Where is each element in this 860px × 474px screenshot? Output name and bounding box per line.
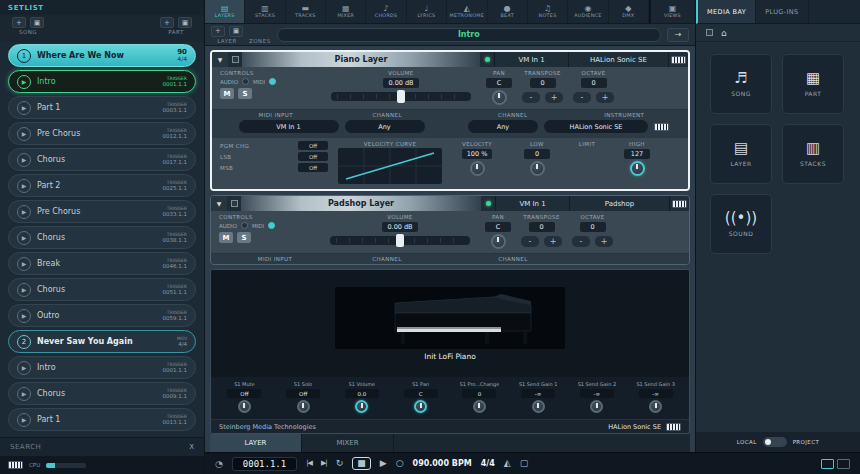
midi-toggle[interactable] (269, 78, 276, 85)
velocity-curve[interactable] (338, 148, 442, 184)
add-part-button[interactable]: + (160, 17, 174, 28)
setlist-item[interactable]: ▶ Pre Chorus TRIGGER 0033.1.1 (8, 200, 196, 223)
go-to-start-button[interactable]: |◀ (306, 460, 312, 467)
preset-name[interactable]: Init LoFi Piano (424, 352, 476, 361)
editor-tab[interactable]: MIXER (302, 434, 394, 452)
layer-panel-button[interactable]: ▣ (229, 26, 243, 37)
octave-value[interactable]: 0 (580, 222, 606, 232)
padshop-layer-panel[interactable]: ▼ Padshop Layer VM In 1 Padshop CONTROLS (210, 195, 690, 265)
item-badge[interactable]: ▶ (17, 361, 31, 375)
setlist-item[interactable]: ▶ Part 2 TRIGGER 0025.1.1 (8, 174, 196, 197)
pan-knob[interactable] (491, 234, 506, 249)
param-value[interactable]: -∞ (639, 389, 673, 398)
param-knob[interactable] (590, 400, 603, 413)
setlist-search[interactable]: SEARCH X (0, 437, 204, 456)
transpose-minus-button[interactable]: - (522, 92, 540, 103)
zones-label[interactable]: ZONES (249, 38, 271, 44)
mediabay-tile[interactable]: ((•)) SOUND (710, 194, 772, 254)
high-knob[interactable] (630, 161, 645, 176)
param-knob[interactable] (238, 400, 251, 413)
record-button[interactable]: ○ (396, 459, 404, 468)
view-tab[interactable]: ▬ TRACKS (286, 0, 326, 23)
view-tab[interactable]: ● BEAT (488, 0, 528, 23)
view-tab[interactable]: ◆ DMX (609, 0, 649, 23)
layer-enable-checkbox[interactable] (227, 196, 241, 211)
layer-instrument-select[interactable]: HALion Sonic SE (568, 52, 668, 67)
param-value[interactable]: C (404, 389, 438, 398)
velocity-value[interactable]: 100 % (462, 149, 493, 159)
setlist-item[interactable]: ▶ Chorus TRIGGER 0009.1.1 (8, 382, 196, 405)
setlist-item[interactable]: ▶ Pre Chorus TRIGGER 0012.1.1 (8, 122, 196, 145)
layer-instrument-select[interactable]: Padshop (569, 196, 669, 211)
mute-button[interactable]: M (220, 88, 234, 99)
setlist-item[interactable]: ▶ Part 1 TRIGGER 0003.1.1 (8, 96, 196, 119)
plugin-param[interactable]: S1 Solo Off (276, 381, 331, 413)
setlist-item[interactable]: 1▶ Where Are We Now 90 4/4 (8, 44, 196, 67)
view-tab[interactable]: ▦ MIXER (326, 0, 366, 23)
setlist-item[interactable]: ▶ Break TRIGGER 0046.1.1 (8, 252, 196, 275)
loop-button[interactable]: ↻ (336, 459, 344, 468)
mediabay-tile[interactable]: ▤ LAYER (710, 124, 772, 184)
item-badge[interactable]: ▶ (17, 101, 31, 115)
item-badge[interactable]: ▶ (17, 179, 31, 193)
layout-toggle-1-icon[interactable] (821, 459, 834, 469)
param-knob[interactable] (532, 400, 545, 413)
view-tab[interactable]: ▤ LAYERS (205, 0, 245, 23)
open-instrument-button[interactable] (668, 52, 688, 67)
transpose-plus-button[interactable]: + (545, 92, 563, 103)
layer-enable-checkbox[interactable] (228, 52, 242, 67)
out-channel-select[interactable]: Any (468, 120, 538, 133)
layer-input-select[interactable]: VM In 1 (494, 52, 568, 67)
tempo-display[interactable]: 090.000 BPM (413, 459, 472, 468)
octave-minus-button[interactable]: - (572, 236, 590, 247)
piano-layer-panel[interactable]: ▼ Piano Layer VM In 1 HALion Sonic SE CO… (210, 50, 690, 191)
setlist-item[interactable]: 2▶ Never Saw You Again MIDI 4/4 (8, 330, 196, 353)
play-button[interactable]: ▶ (380, 459, 387, 468)
low-knob[interactable] (530, 161, 545, 176)
low-value[interactable]: 0 (524, 149, 550, 159)
count-in-button[interactable]: ▢ (520, 459, 529, 468)
setlist-item[interactable]: ▶ Chorus TRIGGER 0017.1.1 (8, 148, 196, 171)
param-knob[interactable] (297, 400, 310, 413)
song-panel-button[interactable]: ▣ (30, 17, 44, 28)
item-badge[interactable]: ▶ (17, 127, 31, 141)
lsb-value[interactable]: Off (298, 152, 328, 161)
param-value[interactable]: 0.0 (345, 389, 379, 398)
msb-value[interactable]: Off (298, 163, 328, 172)
channel-select[interactable]: Any (345, 120, 425, 133)
instrument-select[interactable]: HALion Sonic SE (544, 120, 648, 133)
collapse-button[interactable]: ▼ (212, 52, 228, 67)
high-value[interactable]: 127 (624, 149, 650, 159)
solo-button[interactable]: S (237, 232, 251, 243)
octave-plus-button[interactable]: + (595, 236, 613, 247)
item-badge[interactable]: ▶ (17, 387, 31, 401)
plugin-param[interactable]: S1 Mute Off (217, 381, 272, 413)
item-badge[interactable]: ▶ (17, 205, 31, 219)
pan-value[interactable]: C (486, 78, 512, 88)
item-badge[interactable]: 2▶ (17, 335, 31, 349)
search-input[interactable]: SEARCH (10, 443, 41, 451)
local-project-toggle[interactable] (763, 437, 787, 447)
item-badge[interactable]: ▶ (17, 309, 31, 323)
keyboard-icon[interactable] (654, 123, 669, 131)
open-instrument-button[interactable] (669, 196, 689, 211)
solo-button[interactable]: S (238, 88, 252, 99)
view-tab[interactable]: ◭ METRONOME (447, 0, 487, 23)
view-tab[interactable]: ♫ NOTES (528, 0, 568, 23)
metronome-button[interactable]: ◭ (504, 459, 511, 468)
item-badge[interactable]: ▶ (17, 283, 31, 297)
item-badge[interactable]: ▶ (17, 231, 31, 245)
signature-display[interactable]: 4/4 (481, 459, 495, 468)
volume-slider[interactable] (330, 236, 470, 245)
transpose-minus-button[interactable]: - (521, 236, 539, 247)
plugin-param[interactable]: S1 Send Gain 2 -∞ (570, 381, 625, 413)
transpose-value[interactable]: 0 (529, 222, 555, 232)
filter-checkbox[interactable] (706, 29, 713, 36)
mute-button[interactable]: M (219, 232, 233, 243)
add-song-button[interactable]: + (12, 17, 26, 28)
layout-toggle-2-icon[interactable] (837, 459, 850, 469)
param-value[interactable]: Off (227, 389, 261, 398)
volume-value[interactable]: 0.00 dB (383, 78, 418, 88)
param-value[interactable]: Off (286, 389, 320, 398)
param-value[interactable]: -∞ (580, 389, 614, 398)
